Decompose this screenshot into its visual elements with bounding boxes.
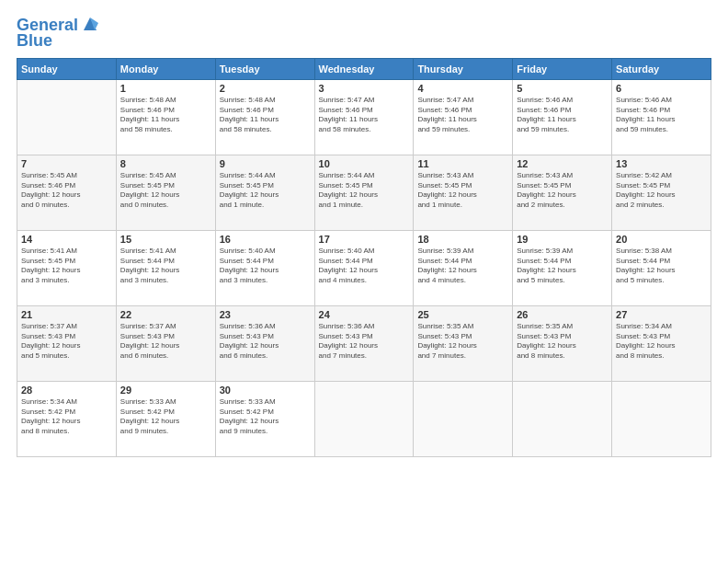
day-info: Sunrise: 5:45 AM Sunset: 5:46 PM Dayligh… [21, 171, 112, 211]
day-info: Sunrise: 5:46 AM Sunset: 5:46 PM Dayligh… [517, 96, 608, 135]
calendar-cell: 24Sunrise: 5:36 AM Sunset: 5:43 PM Dayli… [314, 305, 414, 381]
day-info: Sunrise: 5:42 AM Sunset: 5:45 PM Dayligh… [616, 171, 707, 211]
calendar-cell: 29Sunrise: 5:33 AM Sunset: 5:42 PM Dayli… [116, 381, 215, 456]
calendar-cell: 30Sunrise: 5:33 AM Sunset: 5:42 PM Dayli… [215, 381, 314, 456]
day-number: 1 [120, 83, 211, 94]
day-info: Sunrise: 5:36 AM Sunset: 5:43 PM Dayligh… [319, 322, 410, 362]
calendar-cell: 9Sunrise: 5:44 AM Sunset: 5:45 PM Daylig… [215, 155, 314, 230]
day-info: Sunrise: 5:41 AM Sunset: 5:44 PM Dayligh… [120, 247, 211, 286]
day-number: 6 [616, 83, 707, 94]
header: General Blue [17, 17, 711, 51]
calendar-cell: 20Sunrise: 5:38 AM Sunset: 5:44 PM Dayli… [612, 230, 711, 305]
day-number: 26 [517, 309, 608, 320]
calendar-cell [314, 381, 414, 456]
calendar-cell: 13Sunrise: 5:42 AM Sunset: 5:45 PM Dayli… [612, 155, 711, 230]
calendar-cell: 7Sunrise: 5:45 AM Sunset: 5:46 PM Daylig… [17, 155, 117, 230]
calendar-cell: 12Sunrise: 5:43 AM Sunset: 5:45 PM Dayli… [513, 155, 612, 230]
day-info: Sunrise: 5:35 AM Sunset: 5:43 PM Dayligh… [417, 322, 508, 362]
calendar-cell [513, 381, 612, 456]
day-number: 4 [417, 83, 508, 94]
day-number: 24 [319, 309, 410, 320]
calendar-cell: 28Sunrise: 5:34 AM Sunset: 5:42 PM Dayli… [17, 381, 117, 456]
calendar-cell: 22Sunrise: 5:37 AM Sunset: 5:43 PM Dayli… [116, 305, 215, 381]
calendar-cell: 4Sunrise: 5:47 AM Sunset: 5:46 PM Daylig… [414, 79, 513, 155]
day-number: 12 [517, 158, 608, 169]
day-info: Sunrise: 5:40 AM Sunset: 5:44 PM Dayligh… [220, 247, 311, 286]
calendar-cell: 8Sunrise: 5:45 AM Sunset: 5:45 PM Daylig… [116, 155, 215, 230]
weekday-header: Saturday [612, 58, 711, 79]
day-info: Sunrise: 5:36 AM Sunset: 5:43 PM Dayligh… [220, 322, 311, 362]
day-number: 8 [120, 158, 211, 169]
day-info: Sunrise: 5:48 AM Sunset: 5:46 PM Dayligh… [120, 96, 211, 135]
calendar-cell: 25Sunrise: 5:35 AM Sunset: 5:43 PM Dayli… [414, 305, 513, 381]
calendar-cell: 17Sunrise: 5:40 AM Sunset: 5:44 PM Dayli… [314, 230, 414, 305]
day-number: 7 [21, 158, 112, 169]
calendar-cell: 15Sunrise: 5:41 AM Sunset: 5:44 PM Dayli… [116, 230, 215, 305]
day-number: 17 [319, 234, 410, 245]
day-number: 9 [220, 158, 311, 169]
calendar-cell [612, 381, 711, 456]
day-number: 5 [517, 83, 608, 94]
day-info: Sunrise: 5:41 AM Sunset: 5:45 PM Dayligh… [21, 247, 112, 286]
day-number: 22 [120, 309, 211, 320]
header-row: SundayMondayTuesdayWednesdayThursdayFrid… [17, 58, 711, 79]
day-number: 13 [616, 158, 707, 169]
day-info: Sunrise: 5:43 AM Sunset: 5:45 PM Dayligh… [517, 171, 608, 211]
calendar-cell: 10Sunrise: 5:44 AM Sunset: 5:45 PM Dayli… [314, 155, 414, 230]
calendar-cell: 19Sunrise: 5:39 AM Sunset: 5:44 PM Dayli… [513, 230, 612, 305]
logo-icon [80, 14, 100, 34]
day-number: 16 [220, 234, 311, 245]
calendar-week-row: 14Sunrise: 5:41 AM Sunset: 5:45 PM Dayli… [17, 230, 711, 305]
day-info: Sunrise: 5:33 AM Sunset: 5:42 PM Dayligh… [120, 397, 211, 437]
day-info: Sunrise: 5:43 AM Sunset: 5:45 PM Dayligh… [417, 171, 508, 211]
day-info: Sunrise: 5:40 AM Sunset: 5:44 PM Dayligh… [319, 247, 410, 286]
day-info: Sunrise: 5:47 AM Sunset: 5:46 PM Dayligh… [417, 96, 508, 135]
weekday-header: Sunday [17, 58, 117, 79]
day-info: Sunrise: 5:48 AM Sunset: 5:46 PM Dayligh… [220, 96, 311, 135]
weekday-header: Wednesday [314, 58, 414, 79]
day-info: Sunrise: 5:46 AM Sunset: 5:46 PM Dayligh… [616, 96, 707, 135]
calendar-cell: 2Sunrise: 5:48 AM Sunset: 5:46 PM Daylig… [215, 79, 314, 155]
calendar-week-row: 21Sunrise: 5:37 AM Sunset: 5:43 PM Dayli… [17, 305, 711, 381]
calendar-cell: 26Sunrise: 5:35 AM Sunset: 5:43 PM Dayli… [513, 305, 612, 381]
calendar-cell: 5Sunrise: 5:46 AM Sunset: 5:46 PM Daylig… [513, 79, 612, 155]
day-number: 2 [220, 83, 311, 94]
day-number: 27 [616, 309, 707, 320]
calendar-cell: 16Sunrise: 5:40 AM Sunset: 5:44 PM Dayli… [215, 230, 314, 305]
weekday-header: Tuesday [215, 58, 314, 79]
calendar-cell: 14Sunrise: 5:41 AM Sunset: 5:45 PM Dayli… [17, 230, 117, 305]
calendar-cell [414, 381, 513, 456]
calendar-cell: 23Sunrise: 5:36 AM Sunset: 5:43 PM Dayli… [215, 305, 314, 381]
day-number: 23 [220, 309, 311, 320]
day-info: Sunrise: 5:33 AM Sunset: 5:42 PM Dayligh… [220, 397, 311, 437]
day-number: 19 [517, 234, 608, 245]
day-info: Sunrise: 5:44 AM Sunset: 5:45 PM Dayligh… [319, 171, 410, 211]
day-info: Sunrise: 5:34 AM Sunset: 5:43 PM Dayligh… [616, 322, 707, 362]
day-info: Sunrise: 5:37 AM Sunset: 5:43 PM Dayligh… [120, 322, 211, 362]
day-number: 28 [21, 385, 112, 396]
day-number: 20 [616, 234, 707, 245]
day-number: 3 [319, 83, 410, 94]
day-info: Sunrise: 5:47 AM Sunset: 5:46 PM Dayligh… [319, 96, 410, 135]
day-number: 21 [21, 309, 112, 320]
day-number: 14 [21, 234, 112, 245]
day-info: Sunrise: 5:44 AM Sunset: 5:45 PM Dayligh… [220, 171, 311, 211]
weekday-header: Monday [116, 58, 215, 79]
day-number: 25 [417, 309, 508, 320]
day-info: Sunrise: 5:39 AM Sunset: 5:44 PM Dayligh… [417, 247, 508, 286]
day-info: Sunrise: 5:37 AM Sunset: 5:43 PM Dayligh… [21, 322, 112, 362]
calendar-cell: 11Sunrise: 5:43 AM Sunset: 5:45 PM Dayli… [414, 155, 513, 230]
calendar-cell [17, 79, 117, 155]
calendar-cell: 1Sunrise: 5:48 AM Sunset: 5:46 PM Daylig… [116, 79, 215, 155]
day-number: 29 [120, 385, 211, 396]
calendar-week-row: 1Sunrise: 5:48 AM Sunset: 5:46 PM Daylig… [17, 79, 711, 155]
calendar-week-row: 28Sunrise: 5:34 AM Sunset: 5:42 PM Dayli… [17, 381, 711, 456]
calendar-cell: 27Sunrise: 5:34 AM Sunset: 5:43 PM Dayli… [612, 305, 711, 381]
day-number: 15 [120, 234, 211, 245]
day-number: 11 [417, 158, 508, 169]
calendar-week-row: 7Sunrise: 5:45 AM Sunset: 5:46 PM Daylig… [17, 155, 711, 230]
calendar-cell: 21Sunrise: 5:37 AM Sunset: 5:43 PM Dayli… [17, 305, 117, 381]
page: General Blue SundayMondayTuesdayWednesda… [0, 0, 728, 563]
calendar-cell: 6Sunrise: 5:46 AM Sunset: 5:46 PM Daylig… [612, 79, 711, 155]
day-info: Sunrise: 5:39 AM Sunset: 5:44 PM Dayligh… [517, 247, 608, 286]
